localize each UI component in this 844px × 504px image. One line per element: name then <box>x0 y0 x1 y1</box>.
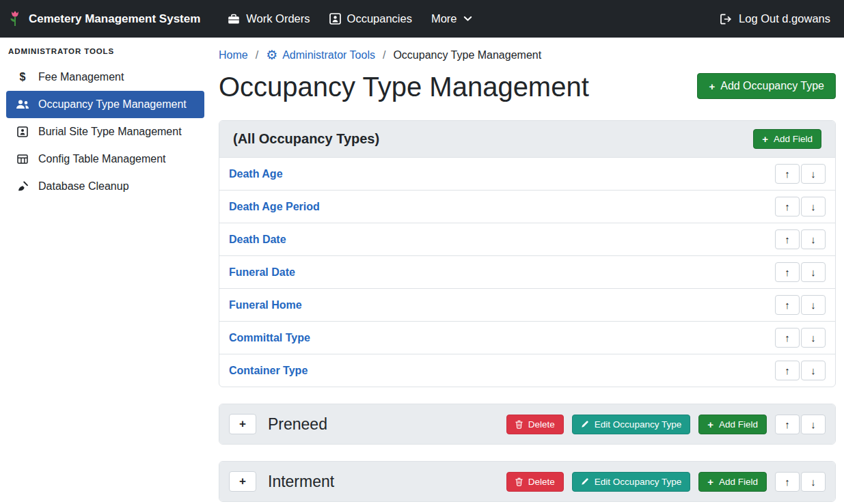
move-up-button[interactable]: ↑ <box>775 229 800 249</box>
field-link[interactable]: Container Type <box>229 365 308 377</box>
reorder-buttons: ↑ ↓ <box>775 229 826 249</box>
nav-item-occupancies[interactable]: Occupancies <box>329 12 412 25</box>
move-up-button[interactable]: ↑ <box>775 164 800 184</box>
arrow-down-icon: ↓ <box>811 332 816 344</box>
arrow-down-icon: ↓ <box>811 365 816 376</box>
type-card-header: + Interment Delete <box>219 462 835 501</box>
breadcrumb-admin-tools-link[interactable]: ⚙ Administrator Tools <box>266 48 375 61</box>
field-link[interactable]: Committal Type <box>229 332 310 344</box>
all-occupancy-types-card: (All Occupancy Types) + Add Field Death … <box>219 120 836 387</box>
move-down-button[interactable]: ↓ <box>801 229 826 249</box>
expand-icon: + <box>239 417 246 431</box>
plus-icon: + <box>707 477 713 487</box>
breadcrumb-home-link[interactable]: Home <box>219 49 248 61</box>
type-actions: Delete Edit Occupancy Type + Add Field <box>506 472 826 492</box>
sidebar-item-occupancy-type-management[interactable]: Occupancy Type Management <box>6 91 204 118</box>
move-down-button[interactable]: ↓ <box>801 415 826 434</box>
field-row: Funeral Date ↑ ↓ <box>219 256 835 289</box>
field-link[interactable]: Death Date <box>229 234 286 246</box>
users-icon <box>16 100 29 109</box>
arrow-up-icon: ↑ <box>785 365 790 376</box>
edit-occupancy-type-button[interactable]: Edit Occupancy Type <box>572 472 690 492</box>
move-down-button[interactable]: ↓ <box>801 164 826 184</box>
field-link[interactable]: Death Age Period <box>229 201 320 213</box>
field-row: Container Type ↑ ↓ <box>219 354 835 387</box>
nav-item-label: Occupancies <box>347 12 412 25</box>
nav-item-more[interactable]: More <box>431 12 472 25</box>
field-link[interactable]: Funeral Date <box>229 266 295 279</box>
field-row: Funeral Home ↑ ↓ <box>219 289 835 322</box>
move-down-button[interactable]: ↓ <box>801 197 826 216</box>
move-up-button[interactable]: ↑ <box>775 262 800 282</box>
page-title: Occupancy Type Management <box>219 71 589 102</box>
arrow-down-icon: ↓ <box>811 419 816 430</box>
move-down-button[interactable]: ↓ <box>801 361 826 380</box>
expand-button[interactable]: + <box>229 414 256 434</box>
move-up-button[interactable]: ↑ <box>775 472 800 492</box>
reorder-buttons: ↑ ↓ <box>775 262 826 282</box>
add-field-button[interactable]: + Add Field <box>698 415 767 434</box>
type-card-header: + Preneed Delete <box>219 404 835 444</box>
move-up-button[interactable]: ↑ <box>775 328 800 348</box>
move-down-button[interactable]: ↓ <box>801 472 826 492</box>
field-row: Death Age ↑ ↓ <box>219 158 835 191</box>
logout-button[interactable]: Log Out d.gowans <box>720 12 830 25</box>
table-icon <box>16 154 29 165</box>
field-row: Committal Type ↑ ↓ <box>219 322 835 354</box>
work-orders-icon <box>228 14 240 25</box>
field-row: Death Age Period ↑ ↓ <box>219 191 835 223</box>
arrow-up-icon: ↑ <box>785 266 790 278</box>
arrow-up-icon: ↑ <box>785 299 790 311</box>
arrow-down-icon: ↓ <box>811 168 816 180</box>
sidebar-item-database-cleanup[interactable]: Database Cleanup <box>6 173 204 200</box>
field-link[interactable]: Funeral Home <box>229 299 302 311</box>
arrow-down-icon: ↓ <box>811 234 816 245</box>
add-occupancy-type-button[interactable]: + Add Occupancy Type <box>697 73 836 99</box>
expand-button[interactable]: + <box>229 471 256 492</box>
move-up-button[interactable]: ↑ <box>775 295 800 315</box>
pencil-icon <box>581 477 589 486</box>
sidebar: Administrator Tools $ Fee Management Occ… <box>0 38 210 504</box>
arrow-up-icon: ↑ <box>785 234 790 245</box>
nav-item-work-orders[interactable]: Work Orders <box>228 12 310 25</box>
add-field-button[interactable]: + Add Field <box>698 472 767 492</box>
arrow-up-icon: ↑ <box>785 168 790 180</box>
add-field-button[interactable]: + Add Field <box>753 129 821 149</box>
reorder-buttons: ↑ ↓ <box>775 472 826 492</box>
move-up-button[interactable]: ↑ <box>775 415 800 434</box>
type-actions: Delete Edit Occupancy Type + Add Field <box>506 415 826 434</box>
sidebar-item-config-table-management[interactable]: Config Table Management <box>6 145 204 173</box>
move-down-button[interactable]: ↓ <box>801 328 826 348</box>
edit-occupancy-type-button[interactable]: Edit Occupancy Type <box>572 415 690 434</box>
occupancies-icon <box>329 13 341 25</box>
arrow-down-icon: ↓ <box>811 266 816 278</box>
move-up-button[interactable]: ↑ <box>775 197 800 216</box>
move-up-button[interactable]: ↑ <box>775 361 800 380</box>
occupancy-type-name: Interment <box>268 473 334 491</box>
sidebar-item-burial-site-type-management[interactable]: Burial Site Type Management <box>6 118 204 145</box>
flower-logo-icon <box>8 10 22 28</box>
arrow-down-icon: ↓ <box>811 299 816 311</box>
logout-label: Log Out d.gowans <box>739 12 830 25</box>
occupancy-type-name: Preneed <box>268 415 327 434</box>
brand[interactable]: Cemetery Management System <box>8 10 200 28</box>
arrow-up-icon: ↑ <box>785 419 790 430</box>
top-navbar: Cemetery Management System Work Orders O… <box>0 0 844 38</box>
delete-button[interactable]: Delete <box>506 472 564 492</box>
burial-site-icon <box>16 126 29 137</box>
plus-icon: + <box>707 419 713 430</box>
trash-icon <box>515 477 523 486</box>
logout-icon <box>720 14 733 25</box>
nav-item-label: More <box>431 12 457 25</box>
occupancy-type-card-interment: + Interment Delete <box>219 461 836 502</box>
reorder-buttons: ↑ ↓ <box>775 361 826 380</box>
delete-button[interactable]: Delete <box>506 415 564 434</box>
brand-title: Cemetery Management System <box>29 12 200 26</box>
reorder-buttons: ↑ ↓ <box>775 164 826 184</box>
reorder-buttons: ↑ ↓ <box>775 295 826 315</box>
dollar-icon: $ <box>16 71 29 83</box>
move-down-button[interactable]: ↓ <box>801 295 826 315</box>
move-down-button[interactable]: ↓ <box>801 262 826 282</box>
sidebar-item-fee-management[interactable]: $ Fee Management <box>6 64 204 91</box>
field-link[interactable]: Death Age <box>229 168 283 180</box>
